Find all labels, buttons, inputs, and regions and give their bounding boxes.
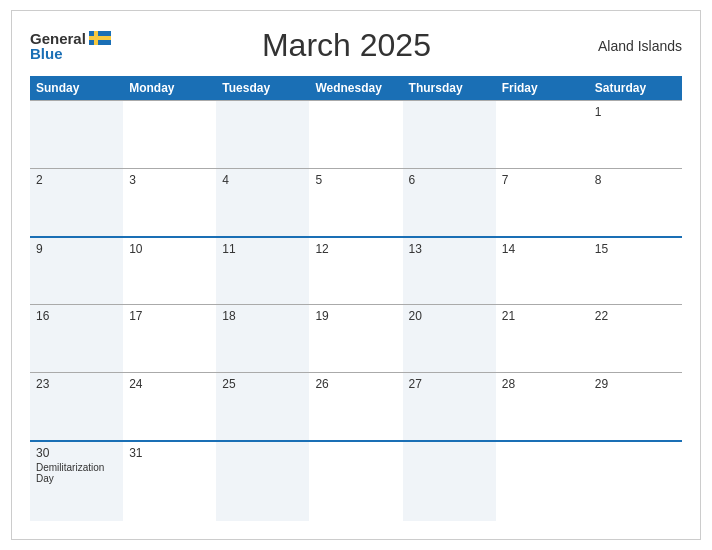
day-number: 26	[315, 377, 396, 391]
day-number: 27	[409, 377, 490, 391]
calendar-table: Sunday Monday Tuesday Wednesday Thursday…	[30, 76, 682, 521]
day-cell: 19	[309, 305, 402, 373]
day-cell	[403, 101, 496, 169]
day-number: 24	[129, 377, 210, 391]
day-cell: 7	[496, 169, 589, 237]
day-cell	[496, 441, 589, 521]
day-number: 4	[222, 173, 303, 187]
day-cell: 3	[123, 169, 216, 237]
day-number: 31	[129, 446, 210, 460]
header-tuesday: Tuesday	[216, 76, 309, 101]
day-cell: 10	[123, 237, 216, 305]
day-cell: 11	[216, 237, 309, 305]
svg-rect-1	[89, 36, 111, 40]
day-cell: 23	[30, 373, 123, 441]
header-saturday: Saturday	[589, 76, 682, 101]
calendar: General Blue March 2025 Aland Islands Su…	[11, 10, 701, 540]
day-number: 1	[595, 105, 676, 119]
day-cell	[403, 441, 496, 521]
day-cell: 18	[216, 305, 309, 373]
logo: General Blue	[30, 30, 111, 62]
day-cell	[496, 101, 589, 169]
day-cell	[589, 441, 682, 521]
day-number: 10	[129, 242, 210, 256]
week-row-3: 16171819202122	[30, 305, 682, 373]
calendar-title: March 2025	[111, 27, 582, 64]
day-cell: 25	[216, 373, 309, 441]
week-row-2: 9101112131415	[30, 237, 682, 305]
week-row-1: 2345678	[30, 169, 682, 237]
logo-blue-text: Blue	[30, 45, 111, 62]
day-cell: 27	[403, 373, 496, 441]
day-cell	[30, 101, 123, 169]
day-number: 30	[36, 446, 117, 460]
day-number: 5	[315, 173, 396, 187]
day-cell: 6	[403, 169, 496, 237]
week-row-0: 1	[30, 101, 682, 169]
weekday-header-row: Sunday Monday Tuesday Wednesday Thursday…	[30, 76, 682, 101]
day-number: 14	[502, 242, 583, 256]
day-event: Demilitarization Day	[36, 462, 117, 484]
day-cell: 30Demilitarization Day	[30, 441, 123, 521]
header-thursday: Thursday	[403, 76, 496, 101]
day-number: 11	[222, 242, 303, 256]
day-cell: 17	[123, 305, 216, 373]
day-number: 16	[36, 309, 117, 323]
week-row-5: 30Demilitarization Day31	[30, 441, 682, 521]
day-cell	[216, 441, 309, 521]
day-cell: 8	[589, 169, 682, 237]
day-cell: 15	[589, 237, 682, 305]
day-cell: 26	[309, 373, 402, 441]
day-number: 7	[502, 173, 583, 187]
day-cell	[216, 101, 309, 169]
day-cell: 13	[403, 237, 496, 305]
logo-flag-icon	[89, 31, 111, 45]
day-number: 6	[409, 173, 490, 187]
day-cell	[123, 101, 216, 169]
day-cell: 29	[589, 373, 682, 441]
day-cell	[309, 441, 402, 521]
day-number: 12	[315, 242, 396, 256]
day-cell: 14	[496, 237, 589, 305]
day-cell: 28	[496, 373, 589, 441]
svg-rect-2	[94, 31, 98, 45]
day-number: 25	[222, 377, 303, 391]
header-friday: Friday	[496, 76, 589, 101]
header-monday: Monday	[123, 76, 216, 101]
day-cell: 24	[123, 373, 216, 441]
calendar-header: General Blue March 2025 Aland Islands	[30, 27, 682, 64]
day-number: 2	[36, 173, 117, 187]
day-number: 28	[502, 377, 583, 391]
day-number: 3	[129, 173, 210, 187]
day-cell: 22	[589, 305, 682, 373]
day-number: 17	[129, 309, 210, 323]
day-number: 23	[36, 377, 117, 391]
day-number: 29	[595, 377, 676, 391]
day-cell: 31	[123, 441, 216, 521]
day-number: 18	[222, 309, 303, 323]
day-number: 13	[409, 242, 490, 256]
day-cell: 1	[589, 101, 682, 169]
day-number: 21	[502, 309, 583, 323]
day-cell: 2	[30, 169, 123, 237]
region-label: Aland Islands	[582, 38, 682, 54]
day-number: 20	[409, 309, 490, 323]
header-wednesday: Wednesday	[309, 76, 402, 101]
day-number: 9	[36, 242, 117, 256]
day-number: 22	[595, 309, 676, 323]
day-cell: 12	[309, 237, 402, 305]
day-cell: 5	[309, 169, 402, 237]
day-number: 19	[315, 309, 396, 323]
day-cell	[309, 101, 402, 169]
week-row-4: 23242526272829	[30, 373, 682, 441]
day-cell: 20	[403, 305, 496, 373]
day-number: 15	[595, 242, 676, 256]
header-sunday: Sunday	[30, 76, 123, 101]
day-cell: 4	[216, 169, 309, 237]
day-cell: 16	[30, 305, 123, 373]
day-number: 8	[595, 173, 676, 187]
day-cell: 9	[30, 237, 123, 305]
day-cell: 21	[496, 305, 589, 373]
